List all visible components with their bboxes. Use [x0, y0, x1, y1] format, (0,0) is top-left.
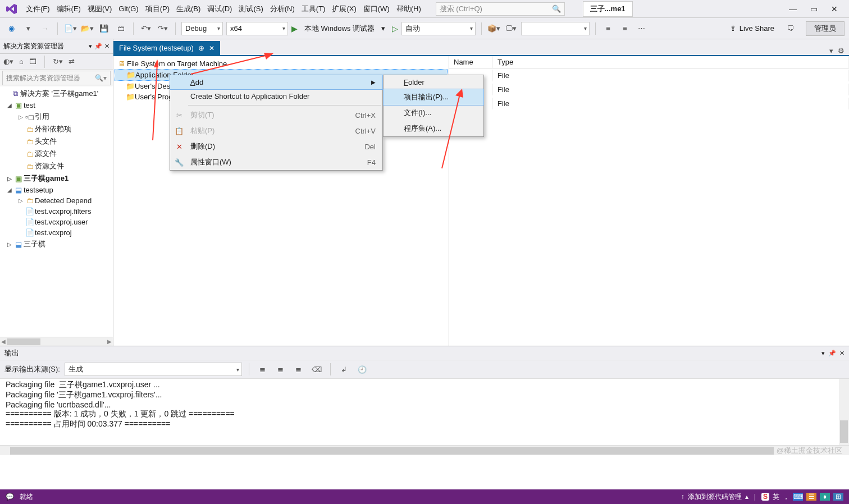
menu-project[interactable]: 项目(P) [142, 2, 173, 16]
source-control-button[interactable]: 添加到源代码管理 [688, 492, 742, 502]
project-sanzi-node[interactable]: ▷⬓三子棋 [0, 238, 113, 250]
external-deps-node[interactable]: 🗀外部依赖项 [0, 123, 113, 135]
open-button[interactable]: 📂▾ [80, 22, 94, 35]
start-debug-button[interactable]: ▶ [291, 24, 298, 33]
sub-assembly[interactable]: 程序集(A)... [384, 121, 483, 136]
menu-edit[interactable]: 编辑(E) [53, 2, 84, 16]
output-source-combo[interactable]: 生成 [65, 363, 242, 376]
menu-view[interactable]: 视图(V) [84, 2, 115, 16]
forward-button[interactable]: ▾ [21, 22, 35, 35]
tray-icon-3[interactable]: ♦ [820, 493, 830, 501]
dropdown-icon[interactable]: ▾ [89, 43, 92, 50]
col-name-header[interactable]: Name [449, 56, 493, 68]
tab-options-icon[interactable]: ⚙ [838, 47, 845, 55]
close-tab-icon[interactable]: ✕ [209, 44, 214, 52]
redo-button[interactable]: ↷▾ [156, 22, 170, 35]
solution-search-input[interactable]: 搜索解决方案资源管理器 🔍▾ [2, 71, 111, 85]
chevron-up-icon[interactable]: ▴ [745, 493, 748, 501]
output-close-icon[interactable]: ✕ [839, 350, 845, 357]
nav-back-icon[interactable]: ◐▾ [3, 57, 13, 66]
indent-button[interactable]: ≡ [601, 22, 615, 35]
debug-target-label[interactable]: 本地 Windows 调试器 [301, 24, 378, 34]
menu-extensions[interactable]: 扩展(X) [328, 2, 359, 16]
out-nav3-icon[interactable]: ≣ [292, 363, 305, 376]
fs-file-row-2[interactable]: ...File [449, 83, 849, 97]
toolbox-button[interactable]: 📦▾ [487, 22, 501, 35]
file-user-node[interactable]: 📄test.vcxproj.user [0, 217, 113, 227]
pin-icon[interactable]: 📌 [94, 43, 102, 50]
file-vcxproj-node[interactable]: 📄test.vcxproj [0, 227, 113, 238]
sol-hscrollbar[interactable]: ◀▶ [0, 337, 113, 346]
out-clock-icon[interactable]: 🕘 [355, 363, 369, 376]
close-panel-icon[interactable]: ✕ [104, 43, 109, 50]
outdent-button[interactable]: ≡ [618, 22, 632, 35]
sub-folder[interactable]: Folder [384, 75, 483, 89]
back-button[interactable]: ◉ [4, 22, 18, 35]
project-test-node[interactable]: ◢▣test [0, 100, 113, 111]
undo-button[interactable]: ↶▾ [139, 22, 153, 35]
window-button[interactable]: 🖵▾ [504, 22, 518, 35]
tray-icon-4[interactable]: ⊞ [833, 493, 843, 501]
sub-project-output[interactable]: 项目输出(P)... [383, 89, 484, 106]
file-filters-node[interactable]: 📄test.vcxproj.filters [0, 206, 113, 217]
refresh-icon[interactable]: ↻▾ [53, 57, 63, 66]
references-node[interactable]: ▷▫◻引用 [0, 111, 113, 123]
ctx-properties[interactable]: 🔧属性窗口(W)F4 [170, 154, 382, 170]
add-icon[interactable]: ↑ [681, 493, 684, 501]
out-nav2-icon[interactable]: ≣ [274, 363, 287, 376]
menu-tools[interactable]: 工具(T) [298, 2, 329, 16]
ctx-create-shortcut[interactable]: Create Shortcut to Application Folder [170, 89, 382, 103]
feedback-icon[interactable]: 💬 [6, 493, 14, 501]
admin-badge[interactable]: 管理员 [806, 21, 845, 36]
close-button[interactable]: ✕ [831, 4, 838, 13]
minimize-button[interactable]: — [789, 4, 797, 13]
menu-window[interactable]: 窗口(W) [360, 2, 393, 16]
menu-debug[interactable]: 调试(D) [204, 2, 235, 16]
menu-help[interactable]: 帮助(H) [393, 2, 424, 16]
ctx-delete[interactable]: ✕删除(D)Del [170, 139, 382, 154]
tray-icon-2[interactable]: ☰ [806, 493, 816, 501]
ime-lang[interactable]: 英 [773, 492, 779, 502]
tray-icon-1[interactable]: ⌨ [793, 493, 803, 501]
out-nav1-icon[interactable]: ≣ [256, 363, 270, 376]
menu-test[interactable]: 测试(S) [235, 2, 266, 16]
ime-punct-icon[interactable]: ， [783, 492, 789, 502]
tab-overflow-icon[interactable]: ▾ [829, 47, 833, 55]
resources-node[interactable]: 🗀资源文件 [0, 160, 113, 172]
feedback-button[interactable]: 🗨 [783, 22, 797, 35]
platform-combo[interactable]: x64 [226, 22, 288, 35]
start-without-debug-button[interactable]: ▷ [392, 24, 398, 33]
col-type-header[interactable]: Type [493, 56, 849, 68]
run-mode-combo[interactable]: 自动 [401, 22, 476, 35]
stack-combo[interactable] [521, 22, 590, 35]
forward-arrow[interactable]: → [38, 22, 52, 35]
output-pin-icon[interactable]: 📌 [828, 350, 836, 357]
project-game-node[interactable]: ▷▣三子棋game1 [0, 172, 113, 185]
home-icon[interactable]: ⌂ [19, 57, 24, 66]
output-text[interactable]: Packaging file 三子棋game1.vcxproj.user ...… [0, 379, 849, 445]
save-button[interactable]: 💾 [97, 22, 111, 35]
config-combo[interactable]: Debug [181, 22, 223, 35]
ctx-add[interactable]: Add▶ [170, 75, 383, 90]
menu-analyze[interactable]: 分析(N) [267, 2, 298, 16]
fs-file-row-3[interactable]: ...File [449, 97, 849, 111]
debug-target-dropdown[interactable]: ▾ [381, 24, 385, 33]
pin-tab-icon[interactable]: ⊕ [198, 44, 204, 52]
menu-git[interactable]: Git(G) [115, 2, 142, 15]
detected-deps-node[interactable]: ▷🗀Detected Depend [0, 195, 113, 206]
maximize-button[interactable]: ▭ [810, 4, 818, 13]
scope-icon[interactable]: 🗔 [29, 57, 36, 66]
fs-file-row-1[interactable]: ...File [449, 68, 849, 83]
solution-node[interactable]: ⧉解决方案 '三子棋game1' [0, 88, 113, 100]
out-wrap-icon[interactable]: ↲ [337, 363, 351, 376]
output-dropdown-icon[interactable]: ▾ [821, 350, 825, 357]
out-clear-icon[interactable]: ⌫ [310, 363, 323, 376]
ime-badge-icon[interactable]: S [761, 493, 769, 501]
sources-node[interactable]: 🗀源文件 [0, 148, 113, 160]
save-all-button[interactable]: 🗃 [114, 22, 127, 35]
more-button[interactable]: ⋯ [635, 22, 649, 35]
output-hscrollbar[interactable] [0, 445, 849, 455]
project-setup-node[interactable]: ◢⬓testsetup [0, 185, 113, 195]
fs-root-node[interactable]: 🖥File System on Target Machine [115, 58, 448, 69]
sub-file[interactable]: 文件(I)... [384, 105, 483, 121]
